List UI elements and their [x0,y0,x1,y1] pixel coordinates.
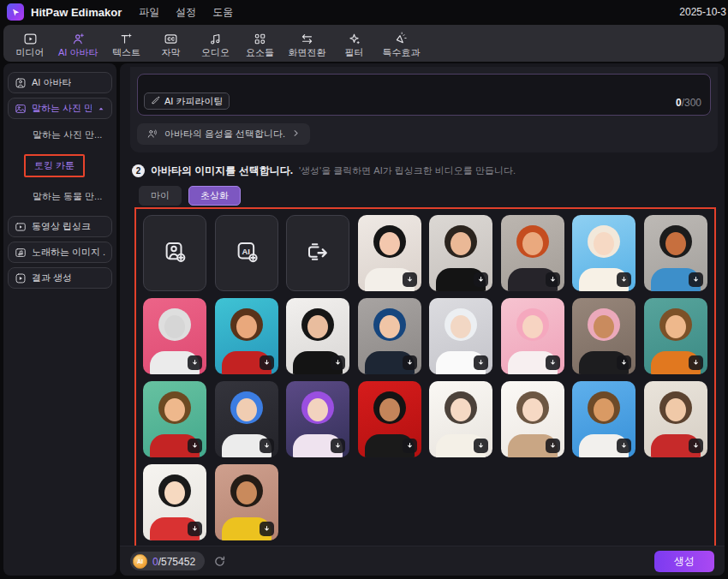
sidebar-item-talking-cartoon[interactable]: 토킹 카툰 [7,150,113,181]
menu-file[interactable]: 파일 [139,5,159,20]
toolbar-item-media[interactable]: 미디어 [9,28,51,61]
toolbar-item-label: 오디오 [201,48,230,57]
sidebar-item-result-generate[interactable]: 결과 생성 [8,267,112,289]
avatar-tile-pink-hair-glasses-woman[interactable] [572,298,636,374]
ai-avatar-icon [71,32,86,46]
tab-my[interactable]: 마이 [139,186,182,206]
elements-icon [253,32,267,46]
chevron-up-icon [97,104,105,113]
avatar-tile-statue-pink-glasses[interactable] [143,298,206,374]
download-icon[interactable] [260,355,274,370]
sidebar-item-video-lipsync[interactable]: 동영상 립싱크 [8,216,112,237]
avatar-tile-yellow-jacket-woman[interactable] [215,464,278,540]
avatar-tile-blue-hair-kid[interactable] [358,298,421,374]
menu-help[interactable]: 도움 [212,5,233,20]
action-tile-ai-generate[interactable]: AI [215,215,278,291]
sidebar-item-label: 말하는 동물 만... [33,190,102,203]
toolbar-item-filter[interactable]: 필터 [332,28,375,61]
avatar-tile-robin-cape-kid[interactable] [143,381,206,457]
sidebar-item-talking-photo-group[interactable]: 말하는 사진 만... [8,98,112,119]
download-icon[interactable] [689,439,703,453]
sidebar-item-talking-photo[interactable]: 말하는 사진 만... [7,119,113,150]
avatar-tile-red-bg-black-suit-woman[interactable] [358,381,421,457]
download-icon[interactable] [260,522,274,536]
audio-icon [208,32,223,46]
ai-copywriting-label: AI 카피라이팅 [164,95,223,108]
avatar-tile-brown-hair-anime-girl[interactable] [501,381,564,457]
toolbar-item-label: 화면전환 [288,48,325,57]
download-icon[interactable] [617,272,631,287]
avatar-tile-black-leather-woman[interactable] [429,215,492,291]
photo-icon [15,103,27,115]
footer-bar: AI 0/575452 생성 [120,546,725,576]
avatar-tile-white-hair-anime-girl[interactable] [572,215,636,291]
avatar-tile-red-tee-anime-guy[interactable] [644,381,707,457]
toolbar-item-elements[interactable]: 요소들 [238,28,281,61]
toolbar-item-transition[interactable]: 화면전환 [283,28,331,61]
action-tile-add-photo[interactable] [143,215,206,291]
toolbar-item-subtitle[interactable]: 자막 [149,28,192,61]
avatar-tile-blue-catear-girl[interactable] [215,381,278,457]
ai-copywriting-button[interactable]: AI 카피라이팅 [144,93,230,110]
avatar-tile-redhead-suit-woman[interactable] [501,215,564,291]
download-icon[interactable] [403,439,417,453]
avatar-tile-blue-stripe-cartoon-man[interactable] [644,215,707,291]
avatar-tile-pink-catear-girl[interactable] [501,298,564,374]
sidebar-item-ai-avatar[interactable]: AI 아바타 [8,72,112,93]
sidebar-item-talking-animal[interactable]: 말하는 동물 만... [7,181,113,212]
download-icon[interactable] [474,439,488,453]
generate-button[interactable]: 생성 [654,551,714,572]
download-icon[interactable] [188,522,202,536]
credits-pill: AI 0/575452 [130,552,205,570]
download-icon[interactable] [188,355,202,370]
sidebar-item-singing-image[interactable]: 노래하는 이미지 ... [8,242,112,263]
sidebar-item-label: 노래하는 이미지 ... [32,246,105,259]
download-icon[interactable] [331,439,345,453]
download-icon[interactable] [689,355,703,370]
char-count: 0 [676,97,682,109]
avatar-tile-black-buns-woman[interactable] [286,298,349,374]
avatar-tile-overalls-cartoon-girl[interactable] [644,298,707,374]
download-icon[interactable] [617,355,631,370]
sidebar: AI 아바타말하는 사진 만...말하는 사진 만...토킹 카툰말하는 동물 … [3,63,116,576]
toolbar-item-audio[interactable]: 오디오 [194,28,236,61]
avatar-tile-black-bob-girl[interactable] [358,215,421,291]
download-icon[interactable] [188,439,202,453]
script-textarea[interactable]: AI 카피라이팅 0/300 [137,74,711,116]
toolbar-item-text[interactable]: 텍스트 [104,28,147,61]
download-icon[interactable] [474,272,488,287]
avatar-tile-purple-twintail-girl[interactable] [286,381,349,457]
toolbar-item-effects[interactable]: 특수효과 [377,28,425,61]
download-icon[interactable] [474,355,488,370]
menu-settings[interactable]: 설정 [176,5,196,20]
action-tile-import-media[interactable] [286,215,349,291]
toolbar: 미디어AI 아바타텍스트자막오디오요소들화면전환필터특수효과 [3,25,725,62]
step2-number-badge: 2 [132,164,145,177]
char-limit: /300 [682,97,701,109]
download-icon[interactable] [331,355,345,370]
avatar-tile-white-tee-anime-girl[interactable] [429,381,492,457]
toolbar-item-label: 자막 [161,48,180,57]
avatar-face [307,398,328,421]
avatar-tile-silver-hair-woman[interactable] [429,298,492,374]
download-icon[interactable] [546,272,560,287]
download-icon[interactable] [403,272,417,287]
tab-portrait[interactable]: 초상화 [188,186,241,206]
download-icon[interactable] [546,355,560,370]
avatar-face [522,232,543,255]
download-icon[interactable] [546,439,560,453]
download-icon[interactable] [689,272,703,287]
avatar-face [307,315,328,338]
download-icon[interactable] [260,439,274,453]
voice-select-button[interactable]: 아바타의 음성을 선택합니다. [137,123,310,145]
avatar-grid: AI [136,209,714,546]
avatar-tile-white-hoodie-boy[interactable] [572,381,636,457]
download-icon[interactable] [617,439,631,453]
avatar-face [164,481,185,504]
avatar-tile-superhero-kid[interactable] [215,298,278,374]
avatar-tile-glasses-cartoon-girl[interactable] [143,464,206,540]
toolbar-item-label: 텍스트 [112,48,140,57]
refresh-icon[interactable] [212,554,227,569]
toolbar-item-ai-avatar[interactable]: AI 아바타 [53,28,103,61]
download-icon[interactable] [403,355,417,370]
